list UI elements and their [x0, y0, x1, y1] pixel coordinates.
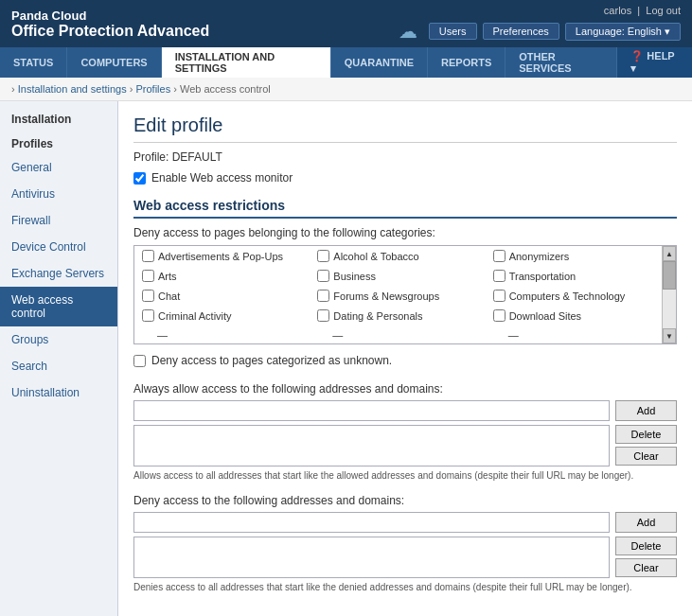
cat-chat: Chat [134, 286, 310, 306]
breadcrumb-installation[interactable]: Installation and settings [18, 83, 127, 95]
cat-dating-checkbox[interactable] [317, 309, 329, 322]
nav-installation-settings[interactable]: INSTALLATION AND SETTINGS [162, 47, 331, 78]
main-nav: STATUS COMPUTERS INSTALLATION AND SETTIN… [0, 47, 692, 78]
breadcrumb-profiles[interactable]: Profiles [135, 83, 170, 95]
allow-clear-button[interactable]: Clear [615, 447, 677, 466]
cat-download: Download Sites [486, 306, 661, 326]
profile-label: Profile: DEFAULT [133, 150, 677, 164]
sidebar-item-search[interactable]: Search [0, 353, 117, 379]
nav-computers[interactable]: COMPUTERS [67, 47, 161, 78]
top-header: Panda Cloud Office Protection Advanced c… [0, 0, 692, 47]
sidebar-item-device-control[interactable]: Device Control [0, 234, 117, 260]
cat-advertisements: Advertisements & Pop-Ups [134, 246, 310, 266]
scroll-down-button[interactable]: ▼ [663, 328, 676, 343]
logout-link[interactable]: Log out [646, 5, 681, 16]
cat-arts-checkbox[interactable] [142, 270, 154, 282]
cat-forums-checkbox[interactable] [317, 290, 329, 302]
scroll-up-button[interactable]: ▲ [663, 246, 676, 261]
cat-computers-checkbox[interactable] [493, 290, 506, 302]
deny-note: Denies access to all addresses that star… [133, 582, 677, 592]
content-area: Edit profile Profile: DEFAULT Enable Web… [118, 101, 692, 616]
cat-chat-checkbox[interactable] [142, 290, 154, 302]
deny-input-row: Add [133, 512, 677, 533]
scroll-thumb[interactable] [663, 261, 676, 290]
cat-business-checkbox[interactable] [317, 270, 329, 282]
deny-textarea-row: Delete Clear [133, 537, 677, 578]
deny-delete-button[interactable]: Delete [615, 537, 677, 555]
deny-addr-label: Deny access to the following addresses a… [133, 494, 677, 507]
enable-row: Enable Web access monitor [133, 171, 677, 185]
sidebar-item-exchange-servers[interactable]: Exchange Servers [0, 260, 117, 287]
sidebar-item-web-access-control[interactable]: Web access control [0, 287, 117, 326]
logo-bottom: Office Protection Advanced [11, 23, 209, 40]
cat-business: Business [310, 266, 485, 286]
cat-criminal-checkbox[interactable] [142, 309, 154, 322]
cat-alcohol: Alcohol & Tobacco [310, 246, 485, 266]
allow-input-row: Add [133, 400, 677, 421]
nav-quarantine[interactable]: QUARANTINE [331, 47, 428, 78]
page-title: Edit profile [133, 114, 677, 143]
enable-label: Enable Web access monitor [151, 171, 293, 185]
allow-note: Allows access to all addresses that star… [133, 470, 677, 481]
breadcrumb: › Installation and settings › Profiles ›… [0, 78, 692, 101]
cat-dating: Dating & Personals [310, 306, 485, 326]
sidebar-item-uninstallation[interactable]: Uninstallation [0, 379, 117, 406]
help-button[interactable]: ❓ HELP ▾ [617, 47, 692, 78]
deny-add-button[interactable]: Add [615, 512, 677, 533]
cat-anonymizers: Anonymizers [486, 246, 661, 266]
cat-more3: — [486, 326, 661, 344]
nav-status[interactable]: STATUS [0, 47, 67, 78]
deny-address-textarea[interactable] [133, 537, 610, 578]
allow-section: Always allow access to the following add… [133, 382, 677, 481]
sidebar-item-profiles[interactable]: Profiles [0, 130, 117, 154]
unknown-checkbox[interactable] [133, 355, 146, 367]
deny-address-section: Deny access to the following addresses a… [133, 494, 677, 592]
cat-computers: Computers & Technology [486, 286, 661, 306]
nav-reports[interactable]: REPORTS [428, 47, 506, 78]
cat-forums: Forums & Newsgroups [310, 286, 485, 306]
sidebar-item-general[interactable]: General [0, 154, 117, 181]
allow-label: Always allow access to the following add… [133, 382, 677, 396]
deny-btn-group: Delete Clear [615, 537, 677, 578]
cat-advertisements-checkbox[interactable] [142, 250, 154, 262]
allow-delete-button[interactable]: Delete [615, 425, 677, 444]
layout: Installation Profiles General Antivirus … [0, 101, 692, 616]
preferences-button[interactable]: Preferences [483, 23, 559, 40]
allow-btn-group: Delete Clear [615, 425, 677, 466]
unknown-row: Deny access to pages categorized as unkn… [133, 354, 677, 367]
sidebar-item-installation[interactable]: Installation [0, 105, 117, 130]
deny-clear-button[interactable]: Clear [615, 558, 677, 577]
cat-download-checkbox[interactable] [493, 309, 506, 322]
allow-add-button[interactable]: Add [615, 400, 677, 421]
sidebar-item-firewall[interactable]: Firewall [0, 207, 117, 234]
deny-address-input[interactable] [133, 512, 610, 533]
cat-more2: — [310, 326, 485, 344]
sidebar-item-antivirus[interactable]: Antivirus [0, 181, 117, 207]
sidebar-item-groups[interactable]: Groups [0, 326, 117, 353]
allow-address-textarea[interactable] [133, 425, 610, 466]
users-button[interactable]: Users [429, 23, 477, 40]
categories-grid: Advertisements & Pop-Ups Alcohol & Tobac… [134, 246, 676, 344]
unknown-label: Deny access to pages categorized as unkn… [151, 354, 392, 367]
language-button[interactable]: Language: English ▾ [565, 23, 681, 41]
nav-other-services[interactable]: OTHER SERVICES [506, 47, 617, 78]
sidebar: Installation Profiles General Antivirus … [0, 101, 118, 616]
scroll-track [663, 261, 676, 328]
user-row: carlos | Log out [604, 5, 681, 16]
allow-address-input[interactable] [133, 400, 610, 421]
categories-scrollbar: ▲ ▼ [662, 246, 676, 343]
cloud-icon: ☁ [399, 20, 417, 43]
cat-more1: — [134, 326, 310, 344]
cat-transportation-checkbox[interactable] [493, 270, 506, 282]
breadcrumb-current: Web access control [180, 83, 271, 95]
cat-alcohol-checkbox[interactable] [317, 250, 329, 262]
enable-checkbox[interactable] [133, 172, 146, 185]
logo-area: Panda Cloud Office Protection Advanced [11, 9, 209, 40]
cat-transportation: Transportation [486, 266, 661, 286]
cat-criminal: Criminal Activity [134, 306, 310, 326]
section-title: Web access restrictions [133, 198, 677, 219]
deny-categories-label: Deny access to pages belonging to the fo… [133, 226, 677, 239]
logo-top: Panda Cloud [11, 9, 209, 23]
top-nav-row: ☁ Users Preferences Language: English ▾ [399, 20, 681, 43]
cat-anonymizers-checkbox[interactable] [493, 250, 506, 262]
